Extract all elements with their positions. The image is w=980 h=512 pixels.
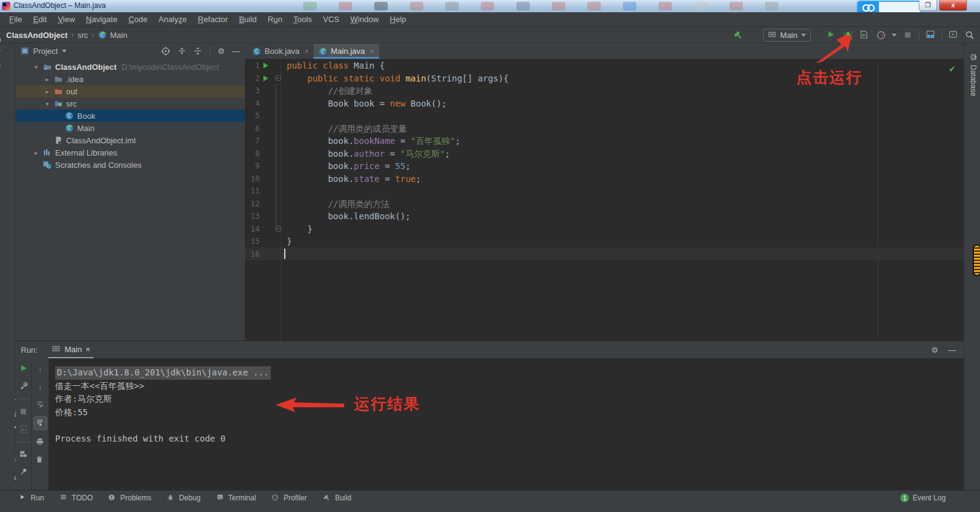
code-line-11[interactable]: 11 <box>245 185 963 198</box>
project-settings-gear-icon[interactable]: ⚙ <box>217 47 225 56</box>
run-line-icon[interactable] <box>263 62 268 69</box>
project-tree: ▾ClassAndObjectD:\mycode\ClassAndObject▸… <box>16 61 245 171</box>
tree-item-scratches-and-consoles[interactable]: Scratches and Consoles <box>16 159 245 171</box>
breadcrumb-src[interactable]: src <box>77 31 88 40</box>
event-log-button[interactable]: 1 Event Log <box>900 494 946 502</box>
code-line-6[interactable]: 6 //调用类的成员变量 <box>245 122 963 135</box>
fold-marker-icon[interactable]: − <box>276 226 281 232</box>
run-console-tab[interactable]: Main × <box>48 341 94 358</box>
build-project-button[interactable] <box>733 29 744 40</box>
statusbar-tab-run[interactable]: Run <box>20 494 44 502</box>
chevron-open-icon[interactable]: ▾ <box>31 64 42 70</box>
statusbar-tab-debug[interactable]: Debug <box>167 494 200 502</box>
tree-item-classandobject-iml[interactable]: ClassAndObject.iml <box>16 134 245 146</box>
print-console-button[interactable] <box>35 437 46 448</box>
fold-marker-icon[interactable]: − <box>276 75 281 81</box>
breadcrumb-project[interactable]: ClassAndObject <box>6 31 67 40</box>
code-line-5[interactable]: 5 <box>245 110 963 122</box>
sidebar-item-project[interactable]: Project <box>0 38 2 72</box>
project-panel-header: Project ⚙ — <box>16 43 245 59</box>
editor-tab-book-java[interactable]: CBook.java× <box>247 43 314 59</box>
search-everywhere-button[interactable] <box>964 29 975 40</box>
edit-configuration-button[interactable] <box>18 381 29 392</box>
run-with-coverage-button[interactable] <box>859 29 870 40</box>
tree-item-path: D:\mycode\ClassAndObject <box>121 62 219 72</box>
clear-console-button[interactable] <box>35 454 46 465</box>
pin-tab-button[interactable] <box>18 467 29 478</box>
menu-item-vcs[interactable]: VCS <box>317 13 345 25</box>
tree-item-external-libraries[interactable]: ▸External Libraries <box>16 146 245 159</box>
run-anything-button[interactable] <box>948 29 959 40</box>
chevron-closed-icon[interactable]: ▸ <box>42 76 53 83</box>
hide-panel-button[interactable]: — <box>232 47 240 56</box>
menu-item-refactor[interactable]: Refactor <box>192 13 233 25</box>
run-line-icon[interactable] <box>263 75 268 81</box>
menu-item-code[interactable]: Code <box>123 13 153 25</box>
tree-item-src[interactable]: ▾src <box>16 97 245 110</box>
menu-item-window[interactable]: Window <box>345 13 384 25</box>
collapse-all-button[interactable] <box>194 47 202 56</box>
chevron-open-icon[interactable]: ▾ <box>42 100 53 107</box>
tree-item-classandobject[interactable]: ▾ClassAndObjectD:\mycode\ClassAndObject <box>16 61 245 73</box>
hide-run-panel-button[interactable]: — <box>948 345 956 355</box>
down-stacktrace-button[interactable]: ↓ <box>35 381 46 392</box>
project-view-label[interactable]: Project <box>33 47 58 56</box>
project-view-dropdown-icon[interactable] <box>62 50 67 53</box>
restore-layout-button[interactable] <box>18 449 29 460</box>
code-line-13[interactable]: 13 book.lendBook(); <box>245 210 963 223</box>
menu-item-help[interactable]: Help <box>384 13 412 25</box>
menu-item-tools[interactable]: Tools <box>288 13 317 25</box>
window-close-button[interactable]: x <box>939 0 967 11</box>
code-line-14[interactable]: 14− } <box>245 223 963 236</box>
tree-item-main[interactable]: CMain <box>16 122 245 134</box>
profiler-dropdown-icon[interactable] <box>892 34 897 37</box>
code-line-8[interactable]: 8 book.author = "马尔克斯"; <box>245 148 963 160</box>
window-restore-button[interactable]: ❐ <box>919 0 937 11</box>
rerun-button[interactable] <box>18 363 29 374</box>
menu-item-analyze[interactable]: Analyze <box>153 13 192 25</box>
menu-item-navigate[interactable]: Navigate <box>80 13 123 25</box>
menu-item-file[interactable]: File <box>4 13 28 25</box>
up-stacktrace-button[interactable]: ↑ <box>35 363 46 374</box>
statusbar-tab-todo[interactable]: TODO <box>60 494 92 502</box>
profiler-button[interactable] <box>875 29 886 40</box>
close-tab-icon[interactable]: × <box>304 47 309 56</box>
breadcrumb-main[interactable]: Main <box>110 31 127 40</box>
inspection-ok-icon[interactable]: ✔ <box>949 63 955 74</box>
baidu-netdisk-widget[interactable] <box>857 1 922 12</box>
tree-item--idea[interactable]: ▸.idea <box>16 73 245 85</box>
menu-item-run[interactable]: Run <box>262 13 288 25</box>
code-editor[interactable]: 1public class Main {2− public static voi… <box>245 59 963 341</box>
select-opened-file-button[interactable] <box>161 47 170 56</box>
run-configuration-select[interactable]: Main <box>763 29 811 42</box>
statusbar-tab-profiler[interactable]: Profiler <box>272 494 307 502</box>
code-line-16[interactable]: 16 <box>245 248 963 261</box>
code-line-10[interactable]: 10 book.state = true; <box>245 173 963 186</box>
editor-tab-main-java[interactable]: CMain.java× <box>314 43 379 59</box>
close-tab-icon[interactable]: × <box>370 47 374 56</box>
chevron-closed-icon[interactable]: ▸ <box>31 149 42 156</box>
menu-item-edit[interactable]: Edit <box>28 13 52 25</box>
tree-item-out[interactable]: ▸out <box>16 85 245 97</box>
menu-item-build[interactable]: Build <box>233 13 262 25</box>
expand-all-button[interactable] <box>178 47 186 56</box>
code-line-9[interactable]: 9 book.price = 55; <box>245 160 963 173</box>
menu-item-view[interactable]: View <box>52 13 80 25</box>
run-settings-gear-icon[interactable]: ⚙ <box>931 345 938 355</box>
class-icon: C <box>252 47 261 56</box>
code-line-15[interactable]: 15} <box>245 235 963 248</box>
soft-wrap-button[interactable] <box>35 399 46 410</box>
statusbar-tab-build[interactable]: Build <box>323 494 352 502</box>
scroll-to-end-button[interactable] <box>34 416 47 430</box>
code-line-12[interactable]: 12 //调用类的方法 <box>245 198 963 211</box>
close-tab-icon[interactable]: × <box>86 345 91 354</box>
code-line-4[interactable]: 4 Book book = new Book(); <box>245 97 963 110</box>
line-number: 14 <box>245 223 260 236</box>
code-line-7[interactable]: 7 book.bookName = "百年孤独"; <box>245 135 963 148</box>
statusbar-tab-problems[interactable]: Problems <box>108 494 151 502</box>
sidebar-item-database[interactable]: Database <box>969 54 978 96</box>
chevron-closed-icon[interactable]: ▸ <box>42 88 53 95</box>
statusbar-tab-terminal[interactable]: Terminal <box>217 494 256 502</box>
tool-windows-button[interactable] <box>925 29 936 40</box>
tree-item-book[interactable]: CBook <box>16 110 245 122</box>
